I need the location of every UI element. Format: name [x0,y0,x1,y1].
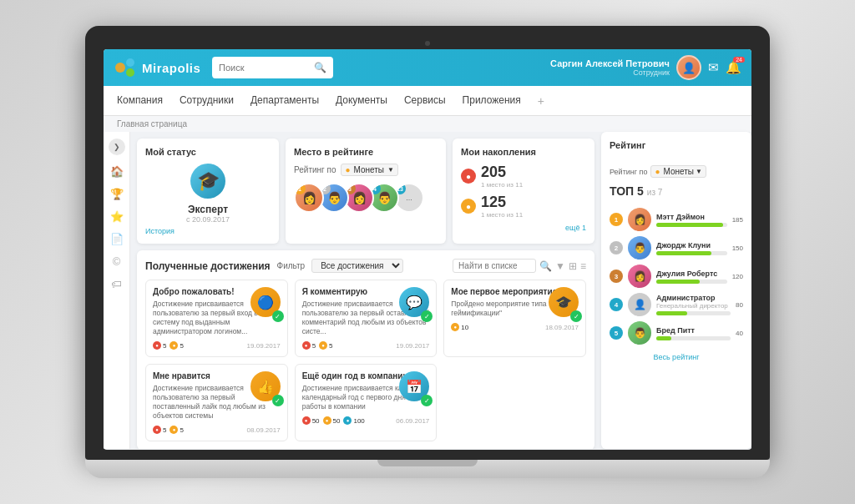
header-icons: ✉ 🔔 24 [708,60,741,75]
rp-bar-1 [656,223,723,227]
sidebar-doc-icon[interactable]: 📄 [110,233,124,245]
top5-sub: из 7 [647,188,663,197]
right-panel-header: Рейтинг [610,140,743,157]
ach-search-icon[interactable]: 🔍 [539,260,552,272]
rp-info-4: Администратор Генеральный директор [656,294,731,315]
coin-dot-red: ● [153,341,161,350]
ach-list-icon[interactable]: ≡ [580,260,586,272]
nav-bar: Компания Сотрудники Департаменты Докумен… [104,86,751,116]
ach-coins-2: ● 5 ● 5 [302,341,333,350]
sidebar-toggle[interactable]: ❯ [109,139,125,155]
ach-search-input[interactable] [453,259,536,273]
rp-score-5: 40 [736,330,743,337]
accum-title: Мои накопления [461,147,586,157]
logo-icon [114,56,137,79]
top5-title: ТОП 5 [610,184,644,198]
search-input[interactable] [219,63,311,73]
ach-coin-5a: ● 50 [302,416,320,425]
status-name: Эксперт [188,204,228,215]
coin-val-2b: 5 [329,342,332,350]
right-dropdown-chevron: ▼ [696,168,702,175]
coin-val-3a: 10 [461,324,468,331]
coin-gold-icon: ● [461,199,476,214]
rp-name-3: Джулия Робертс [656,270,727,278]
ach-card-footer-5: ● 50 ● 50 ● [302,416,430,425]
user-name: Саргин Алексей Петрович [550,58,670,68]
logo-area: Mirapolis [114,56,205,79]
nav-plus[interactable]: + [538,94,544,108]
sidebar-star-icon[interactable]: ⭐ [110,210,124,223]
coin-dot-red-4: ● [153,426,161,434]
rp-score-3: 120 [732,273,743,280]
ach-check-3: ✓ [570,310,582,322]
coin-val-5a: 50 [312,417,320,425]
ach-search-area: 🔍 ▼ ⊞ ≡ [453,259,586,273]
rp-info-1: Мэтт Дэймон [656,213,727,227]
sidebar-trophy-icon[interactable]: 🏆 [110,188,124,200]
ach-grid: 🔵 ✓ Добро пожаловать! Достижение присваи… [145,280,586,441]
rp-bar-3 [656,280,700,284]
rating-person-2: 2 👨 Джордж Клуни 150 [610,236,743,260]
nav-applications[interactable]: Приложения [463,93,521,109]
ach-grid-icon[interactable]: ⊞ [569,260,577,272]
sidebar-tag-icon[interactable]: 🏷 [111,278,122,290]
filter-dropdown[interactable]: Все достижения [311,259,403,273]
user-avatar-header[interactable]: 👤 [676,55,701,80]
accum-more-link[interactable]: ещё 1 [461,224,586,232]
ach-date-2: 19.09.2017 [396,342,429,350]
laptop-base [85,460,770,478]
rp-name-2: Джордж Клуни [656,241,727,249]
status-panel: Мой статус 🎓 Эксперт с 20.09.2017 Истори… [137,139,279,244]
coin-val-4b: 5 [180,426,183,434]
rating-place-panel: Место в рейтинге Рейтинг по ● Монеты ▼ [286,139,446,244]
rp-avatar-4: 👤 [628,293,651,316]
header-user: Саргин Алексей Петрович Сотрудник 👤 [550,55,701,80]
right-panel-filter: Рейтинг по ● Монеты ▼ [610,165,743,178]
ach-card-5: 📅 ✓ Ещё один год в компании Достижение п… [295,364,438,441]
accum-number-1: 205 [481,164,523,181]
ach-card-footer-1: ● 5 ● 5 19.09.2017 [153,341,281,350]
all-rating-link[interactable]: Весь рейтинг [610,353,743,361]
ach-coin-1b: ● 5 [169,341,183,350]
ach-coin-5b: ● 50 [323,416,341,425]
status-history-link[interactable]: История [145,227,175,235]
ach-card-footer-2: ● 5 ● 5 19.09.2017 [302,341,430,350]
rp-score-4: 80 [736,301,743,309]
rating-currency-dropdown[interactable]: ● Монеты ▼ [341,164,398,176]
notification-button[interactable]: 🔔 24 [726,60,741,75]
sidebar-copy-icon[interactable]: © [113,255,121,268]
ach-filter-icon[interactable]: ▼ [555,260,565,272]
rating-avatars-row: 1 👩 2 👨 3 👩 [294,183,438,213]
nav-documents[interactable]: Документы [336,93,387,109]
rating-person-5: 5 👨 Бред Питт 40 [610,321,743,345]
rp-bar-5 [656,336,671,340]
right-currency-label: Монеты [663,167,694,176]
right-rating-dropdown[interactable]: ● Монеты ▼ [650,165,706,178]
rating-avatar-1[interactable]: 1 👩 [294,183,324,213]
ach-card-2: 💬 ✓ Я комментирую Достижение присваивает… [295,280,438,357]
nav-company[interactable]: Компания [117,93,163,109]
coin-val-5b: 50 [333,417,341,425]
ach-coin-4b: ● 5 [169,426,183,434]
sidebar-home-icon[interactable]: 🏠 [110,165,124,178]
top-panels: Мой статус 🎓 Эксперт с 20.09.2017 Истори… [137,139,594,244]
accum-item-2: ● 125 1 место из 11 [461,194,586,219]
ach-header: Полученные достижения Фильтр Все достиже… [145,259,586,273]
rp-bar-2 [656,251,711,255]
search-bar[interactable]: 🔍 [212,57,333,78]
ach-card-1: 🔵 ✓ Добро пожаловать! Достижение присваи… [145,280,288,357]
ach-card-4: 👍 ✓ Мне нравится Достижение присваиваетс… [145,364,288,441]
message-button[interactable]: ✉ [708,60,719,75]
coin-val-1a: 5 [163,342,166,350]
ach-card-footer-4: ● 5 ● 5 08.09.2017 [153,426,281,434]
status-avatar-emoji: 🎓 [197,170,220,192]
nav-services[interactable]: Сервисы [404,93,446,109]
ach-check-1: ✓ [272,310,284,322]
rating-person-3: 3 👩 Джулия Робертс 120 [610,265,743,288]
rp-score-1: 185 [732,216,743,224]
nav-departments[interactable]: Департаменты [250,93,319,109]
rp-rank-2: 2 [610,241,623,255]
rp-score-2: 150 [732,244,743,252]
nav-employees[interactable]: Сотрудники [180,93,234,109]
ach-date-4: 08.09.2017 [247,426,281,434]
